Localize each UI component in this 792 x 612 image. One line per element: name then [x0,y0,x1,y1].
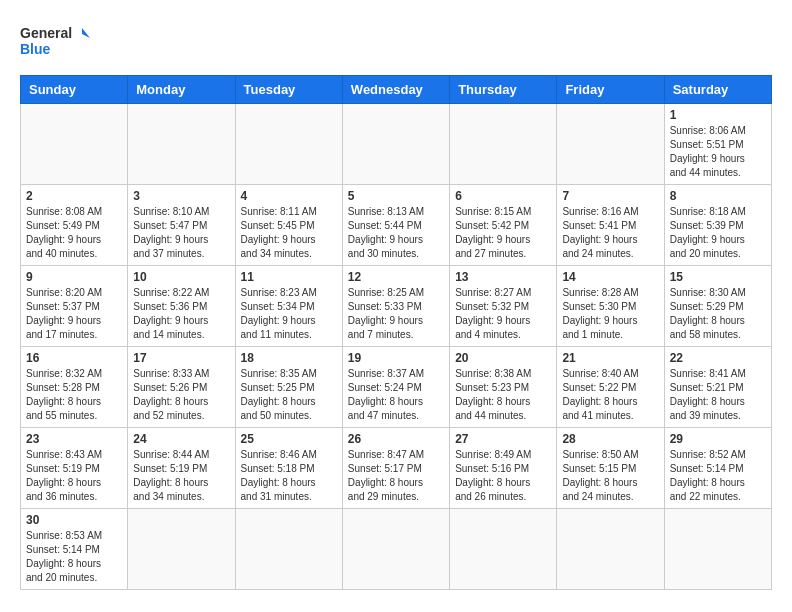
calendar-cell: 26Sunrise: 8:47 AM Sunset: 5:17 PM Dayli… [342,428,449,509]
calendar-cell: 25Sunrise: 8:46 AM Sunset: 5:18 PM Dayli… [235,428,342,509]
day-info: Sunrise: 8:41 AM Sunset: 5:21 PM Dayligh… [670,367,766,423]
calendar-cell: 27Sunrise: 8:49 AM Sunset: 5:16 PM Dayli… [450,428,557,509]
calendar-cell: 20Sunrise: 8:38 AM Sunset: 5:23 PM Dayli… [450,347,557,428]
calendar-cell: 13Sunrise: 8:27 AM Sunset: 5:32 PM Dayli… [450,266,557,347]
calendar-cell: 4Sunrise: 8:11 AM Sunset: 5:45 PM Daylig… [235,185,342,266]
calendar-cell [664,509,771,590]
logo: General Blue [20,20,90,65]
day-number: 13 [455,270,551,284]
day-number: 10 [133,270,229,284]
day-number: 25 [241,432,337,446]
calendar-cell [128,509,235,590]
day-info: Sunrise: 8:52 AM Sunset: 5:14 PM Dayligh… [670,448,766,504]
calendar-cell [342,104,449,185]
calendar-cell: 19Sunrise: 8:37 AM Sunset: 5:24 PM Dayli… [342,347,449,428]
day-info: Sunrise: 8:13 AM Sunset: 5:44 PM Dayligh… [348,205,444,261]
day-info: Sunrise: 8:16 AM Sunset: 5:41 PM Dayligh… [562,205,658,261]
day-number: 17 [133,351,229,365]
calendar-cell: 30Sunrise: 8:53 AM Sunset: 5:14 PM Dayli… [21,509,128,590]
svg-text:General: General [20,25,72,41]
calendar-cell: 6Sunrise: 8:15 AM Sunset: 5:42 PM Daylig… [450,185,557,266]
day-number: 4 [241,189,337,203]
day-info: Sunrise: 8:25 AM Sunset: 5:33 PM Dayligh… [348,286,444,342]
day-info: Sunrise: 8:38 AM Sunset: 5:23 PM Dayligh… [455,367,551,423]
day-number: 22 [670,351,766,365]
day-info: Sunrise: 8:27 AM Sunset: 5:32 PM Dayligh… [455,286,551,342]
day-info: Sunrise: 8:50 AM Sunset: 5:15 PM Dayligh… [562,448,658,504]
calendar-cell [557,104,664,185]
day-info: Sunrise: 8:33 AM Sunset: 5:26 PM Dayligh… [133,367,229,423]
calendar-cell: 5Sunrise: 8:13 AM Sunset: 5:44 PM Daylig… [342,185,449,266]
day-number: 8 [670,189,766,203]
header-wednesday: Wednesday [342,76,449,104]
calendar-cell: 14Sunrise: 8:28 AM Sunset: 5:30 PM Dayli… [557,266,664,347]
svg-text:Blue: Blue [20,41,51,57]
calendar-cell: 28Sunrise: 8:50 AM Sunset: 5:15 PM Dayli… [557,428,664,509]
day-number: 3 [133,189,229,203]
day-number: 11 [241,270,337,284]
day-number: 2 [26,189,122,203]
day-number: 24 [133,432,229,446]
day-info: Sunrise: 8:43 AM Sunset: 5:19 PM Dayligh… [26,448,122,504]
svg-marker-2 [82,28,90,38]
header-tuesday: Tuesday [235,76,342,104]
day-info: Sunrise: 8:18 AM Sunset: 5:39 PM Dayligh… [670,205,766,261]
calendar-cell [235,104,342,185]
calendar-cell [128,104,235,185]
calendar-cell: 21Sunrise: 8:40 AM Sunset: 5:22 PM Dayli… [557,347,664,428]
calendar-cell: 24Sunrise: 8:44 AM Sunset: 5:19 PM Dayli… [128,428,235,509]
calendar-cell: 1Sunrise: 8:06 AM Sunset: 5:51 PM Daylig… [664,104,771,185]
day-info: Sunrise: 8:35 AM Sunset: 5:25 PM Dayligh… [241,367,337,423]
calendar-cell [21,104,128,185]
day-info: Sunrise: 8:08 AM Sunset: 5:49 PM Dayligh… [26,205,122,261]
day-number: 7 [562,189,658,203]
day-number: 19 [348,351,444,365]
day-number: 18 [241,351,337,365]
calendar-cell: 23Sunrise: 8:43 AM Sunset: 5:19 PM Dayli… [21,428,128,509]
calendar-cell [450,509,557,590]
day-info: Sunrise: 8:49 AM Sunset: 5:16 PM Dayligh… [455,448,551,504]
day-info: Sunrise: 8:32 AM Sunset: 5:28 PM Dayligh… [26,367,122,423]
day-info: Sunrise: 8:44 AM Sunset: 5:19 PM Dayligh… [133,448,229,504]
day-number: 6 [455,189,551,203]
day-info: Sunrise: 8:28 AM Sunset: 5:30 PM Dayligh… [562,286,658,342]
calendar-cell [235,509,342,590]
calendar-cell: 10Sunrise: 8:22 AM Sunset: 5:36 PM Dayli… [128,266,235,347]
calendar-cell: 9Sunrise: 8:20 AM Sunset: 5:37 PM Daylig… [21,266,128,347]
calendar-table: Sunday Monday Tuesday Wednesday Thursday… [20,75,772,590]
day-number: 26 [348,432,444,446]
day-info: Sunrise: 8:10 AM Sunset: 5:47 PM Dayligh… [133,205,229,261]
calendar-cell: 16Sunrise: 8:32 AM Sunset: 5:28 PM Dayli… [21,347,128,428]
day-number: 27 [455,432,551,446]
calendar-cell: 22Sunrise: 8:41 AM Sunset: 5:21 PM Dayli… [664,347,771,428]
calendar-cell: 11Sunrise: 8:23 AM Sunset: 5:34 PM Dayli… [235,266,342,347]
day-number: 12 [348,270,444,284]
day-info: Sunrise: 8:30 AM Sunset: 5:29 PM Dayligh… [670,286,766,342]
day-info: Sunrise: 8:40 AM Sunset: 5:22 PM Dayligh… [562,367,658,423]
day-info: Sunrise: 8:15 AM Sunset: 5:42 PM Dayligh… [455,205,551,261]
calendar-cell: 2Sunrise: 8:08 AM Sunset: 5:49 PM Daylig… [21,185,128,266]
calendar-cell [557,509,664,590]
day-number: 1 [670,108,766,122]
calendar-cell: 7Sunrise: 8:16 AM Sunset: 5:41 PM Daylig… [557,185,664,266]
calendar-cell: 17Sunrise: 8:33 AM Sunset: 5:26 PM Dayli… [128,347,235,428]
day-number: 9 [26,270,122,284]
page-header: General Blue [20,20,772,65]
calendar-cell [450,104,557,185]
day-info: Sunrise: 8:37 AM Sunset: 5:24 PM Dayligh… [348,367,444,423]
header-monday: Monday [128,76,235,104]
calendar-cell: 12Sunrise: 8:25 AM Sunset: 5:33 PM Dayli… [342,266,449,347]
calendar-cell: 8Sunrise: 8:18 AM Sunset: 5:39 PM Daylig… [664,185,771,266]
header-thursday: Thursday [450,76,557,104]
calendar-cell: 29Sunrise: 8:52 AM Sunset: 5:14 PM Dayli… [664,428,771,509]
calendar-cell: 15Sunrise: 8:30 AM Sunset: 5:29 PM Dayli… [664,266,771,347]
day-number: 28 [562,432,658,446]
day-number: 23 [26,432,122,446]
day-number: 29 [670,432,766,446]
day-info: Sunrise: 8:06 AM Sunset: 5:51 PM Dayligh… [670,124,766,180]
header-sunday: Sunday [21,76,128,104]
day-number: 15 [670,270,766,284]
day-info: Sunrise: 8:20 AM Sunset: 5:37 PM Dayligh… [26,286,122,342]
calendar-cell: 3Sunrise: 8:10 AM Sunset: 5:47 PM Daylig… [128,185,235,266]
day-info: Sunrise: 8:53 AM Sunset: 5:14 PM Dayligh… [26,529,122,585]
